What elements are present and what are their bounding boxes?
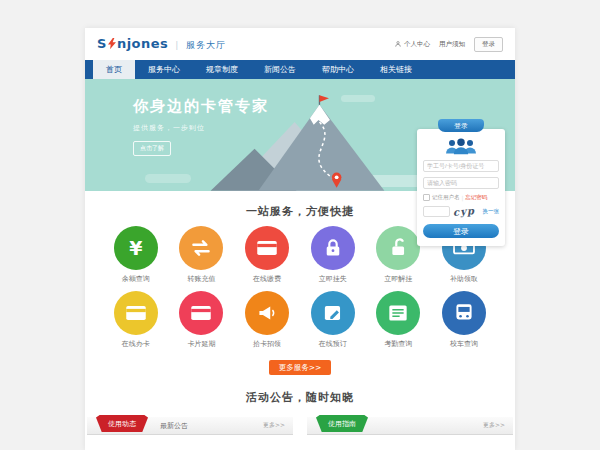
service-label: 考勤查询 (384, 339, 412, 349)
main-nav: 首页服务中心规章制度新闻公告帮助中心相关链接 (85, 60, 515, 79)
service-balance-inquiry[interactable]: ¥余额查询 (103, 226, 169, 284)
users-group-icon (443, 137, 479, 155)
card-icon (114, 291, 158, 335)
yen-icon: ¥ (114, 226, 158, 270)
login-form: 记住用户名 | 忘记密码 cyp 换一张 登录 (417, 129, 505, 246)
options-divider: | (462, 195, 464, 201)
announcements-heading: 活动公告，随时知晓 (85, 390, 515, 405)
service-school-bus-query[interactable]: 校车查询 (431, 291, 497, 349)
guide-panel-bar: 使用指南 更多>> (307, 417, 513, 435)
nav-item-home[interactable]: 首页 (93, 60, 135, 79)
captcha-refresh-link[interactable]: 换一张 (483, 208, 500, 215)
site-header: S njones | 服务大厅 个人中心 用户须知 登录 (85, 28, 515, 60)
tab-latest-announcements[interactable]: 最新公告 (160, 421, 188, 431)
service-label: 补助领取 (450, 274, 478, 284)
captcha-image: cyp (453, 205, 476, 218)
hero-banner: 你身边的卡管专家 提供服务，一步到位 点击了解 登录 记住用户名 | 忘记密码 (85, 79, 515, 191)
user-notice-link[interactable]: 用户须知 (439, 40, 465, 49)
nav-item-news[interactable]: 新闻公告 (251, 60, 309, 79)
announcement-panels: 使用动态 最新公告 更多>> 使用指南 更多>> (85, 417, 515, 435)
login-panel: 登录 记住用户名 | 忘记密码 cyp 换一张 (417, 119, 505, 246)
cloud-shape (145, 174, 191, 183)
tab-usage-news[interactable]: 使用动态 (96, 415, 148, 432)
hero-title: 你身边的卡管专家 (133, 97, 269, 116)
edit-icon (311, 291, 355, 335)
service-report-loss[interactable]: 立即挂失 (300, 226, 366, 284)
hero-cta-button[interactable]: 点击了解 (133, 141, 171, 156)
service-label: 在线缴费 (253, 274, 281, 284)
user-icon (394, 40, 402, 48)
captcha-input[interactable] (423, 206, 450, 217)
password-input[interactable] (423, 177, 499, 189)
unlock-icon (376, 226, 420, 270)
page-container: S njones | 服务大厅 个人中心 用户须知 登录 首页服务中心规章制度新… (85, 28, 515, 450)
service-online-booking[interactable]: 在线预订 (300, 291, 366, 349)
guide-more-link[interactable]: 更多>> (483, 421, 505, 430)
hero-subtitle: 提供服务，一步到位 (133, 123, 269, 133)
service-label: 在线预订 (319, 339, 347, 349)
service-transfer-recharge[interactable]: 转账充值 (169, 226, 235, 284)
service-label: 立即挂失 (319, 274, 347, 284)
service-label: 拾卡招领 (253, 339, 281, 349)
service-online-payment[interactable]: 在线缴费 (234, 226, 300, 284)
login-submit-button[interactable]: 登录 (423, 224, 499, 238)
tab-usage-guide[interactable]: 使用指南 (316, 415, 368, 432)
personal-center-link[interactable]: 个人中心 (394, 40, 430, 49)
service-card-extension[interactable]: 卡片延期 (169, 291, 235, 349)
lock-icon (311, 226, 355, 270)
news-more-link[interactable]: 更多>> (263, 421, 285, 430)
guide-panel: 使用指南 更多>> (307, 417, 513, 435)
captcha-row: cyp 换一张 (423, 206, 499, 217)
brand-logo[interactable]: S njones | 服务大厅 (97, 36, 226, 52)
topbar: 个人中心 用户须知 登录 (394, 37, 503, 52)
list-icon (376, 291, 420, 335)
service-online-card-apply[interactable]: 在线办卡 (103, 291, 169, 349)
news-panel-bar: 使用动态 最新公告 更多>> (87, 417, 293, 435)
remember-label: 记住用户名 (432, 194, 460, 201)
nav-item-rules[interactable]: 规章制度 (193, 60, 251, 79)
service-found-card-claim[interactable]: 拾卡招领 (234, 291, 300, 349)
logo-text-prefix: S (97, 36, 107, 51)
forgot-password-link[interactable]: 忘记密码 (465, 194, 487, 201)
card-icon (245, 226, 289, 270)
logo-text-suffix: njones (117, 36, 168, 51)
service-label: 校车查询 (450, 339, 478, 349)
site-name: 服务大厅 (186, 39, 226, 52)
service-attendance-query[interactable]: 考勤查询 (366, 291, 432, 349)
topbar-login-button[interactable]: 登录 (474, 37, 503, 52)
hero-text: 你身边的卡管专家 提供服务，一步到位 点击了解 (133, 97, 269, 156)
more-services-button[interactable]: 更多服务>> (269, 360, 331, 375)
megaphone-icon (245, 291, 289, 335)
news-panel: 使用动态 最新公告 更多>> (87, 417, 293, 435)
announcements-section: 活动公告，随时知晓 使用动态 最新公告 更多>> 使用指南 更多>> (85, 390, 515, 435)
logo-divider: | (175, 40, 179, 50)
card-icon (179, 291, 223, 335)
nav-item-links[interactable]: 相关链接 (367, 60, 425, 79)
login-options: 记住用户名 | 忘记密码 (423, 194, 499, 201)
service-label: 立即解挂 (384, 274, 412, 284)
service-label: 转账充值 (187, 274, 215, 284)
service-label: 在线办卡 (122, 339, 150, 349)
login-tab[interactable]: 登录 (438, 119, 484, 132)
username-input[interactable] (423, 160, 499, 172)
bus-icon (442, 291, 486, 335)
nav-item-service-center[interactable]: 服务中心 (135, 60, 193, 79)
nav-item-help-center[interactable]: 帮助中心 (309, 60, 367, 79)
transfer-icon (179, 226, 223, 270)
remember-checkbox[interactable] (423, 194, 430, 201)
service-label: 余额查询 (122, 274, 150, 284)
service-label: 卡片延期 (187, 339, 215, 349)
lightning-icon (108, 37, 116, 48)
